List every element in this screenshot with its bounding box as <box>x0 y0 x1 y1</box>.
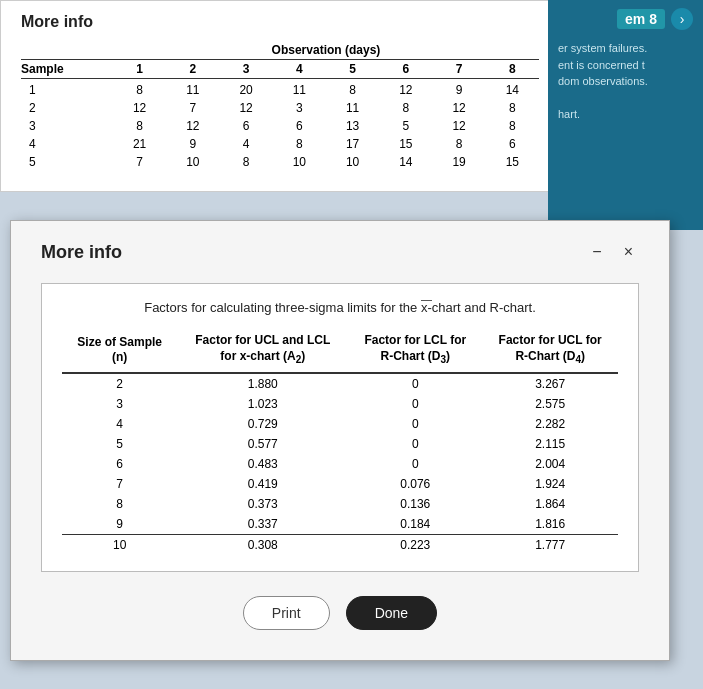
obs-header: Observation (days) <box>113 41 539 60</box>
table-row: 100.3080.2231.777 <box>62 534 618 555</box>
table-cell: 20 <box>219 79 272 100</box>
table-caption: Factors for calculating three-sigma limi… <box>62 300 618 315</box>
col-n-header: Size of Sample(n) <box>62 329 177 373</box>
table-cell: 8 <box>62 494 177 514</box>
table-row: 40.72902.282 <box>62 414 618 434</box>
sidebar-text: er system failures. ent is concerned t d… <box>558 40 693 123</box>
table-cell: 3.267 <box>482 373 618 394</box>
table-cell: 11 <box>273 79 326 100</box>
table-cell: 13 <box>326 117 379 135</box>
table-cell: 7 <box>62 474 177 494</box>
table-cell: 4 <box>219 135 272 153</box>
table-cell: 19 <box>432 153 485 171</box>
factors-table: Size of Sample(n) Factor for UCL and LCL… <box>62 329 618 555</box>
table-cell: 0.308 <box>177 534 348 555</box>
modal-header: More info − × <box>41 241 639 263</box>
table-cell: 0.337 <box>177 514 348 535</box>
chevron-right-button[interactable]: › <box>671 8 693 30</box>
table-cell: 5 <box>62 434 177 454</box>
table-row: 50.57702.115 <box>62 434 618 454</box>
table-cell: 8 <box>432 135 485 153</box>
table-cell: 0 <box>348 434 482 454</box>
table-cell: 8 <box>326 79 379 100</box>
sidebar-header: em 8 › <box>558 8 693 30</box>
table-row: 21.88003.267 <box>62 373 618 394</box>
col-a2-header: Factor for UCL and LCLfor x-chart (A2) <box>177 329 348 373</box>
table-cell: 17 <box>326 135 379 153</box>
table-cell: 0.076 <box>348 474 482 494</box>
table-cell: 2 <box>21 99 113 117</box>
table-cell: 8 <box>486 99 539 117</box>
table-cell: 9 <box>166 135 219 153</box>
table-cell: 9 <box>62 514 177 535</box>
table-cell: 1.816 <box>482 514 618 535</box>
table-cell: 6 <box>219 117 272 135</box>
table-row: 70.4190.0761.924 <box>62 474 618 494</box>
table-cell: 11 <box>326 99 379 117</box>
table-cell: 12 <box>219 99 272 117</box>
table-cell: 9 <box>432 79 485 100</box>
table-cell: 4 <box>62 414 177 434</box>
table-cell: 10 <box>273 153 326 171</box>
table-cell: 2 <box>62 373 177 394</box>
table-cell: 2.282 <box>482 414 618 434</box>
table-cell: 10 <box>166 153 219 171</box>
minimize-button[interactable]: − <box>586 241 607 263</box>
col-d4-header: Factor for UCL forR-Chart (D4) <box>482 329 618 373</box>
table-cell: 0 <box>348 373 482 394</box>
table-cell: 3 <box>62 394 177 414</box>
col-sample: Sample <box>21 60 113 79</box>
top-panel-title: More info <box>21 13 539 31</box>
table-cell: 12 <box>113 99 166 117</box>
table-cell: 14 <box>486 79 539 100</box>
table-cell: 15 <box>379 135 432 153</box>
observation-table: Observation (days) Sample 1 2 3 4 5 6 7 … <box>21 41 539 171</box>
table-cell: 0.373 <box>177 494 348 514</box>
table-cell: 0.577 <box>177 434 348 454</box>
print-button[interactable]: Print <box>243 596 330 630</box>
done-button[interactable]: Done <box>346 596 437 630</box>
table-cell: 1.864 <box>482 494 618 514</box>
table-cell: 5 <box>379 117 432 135</box>
table-row: 31.02302.575 <box>62 394 618 414</box>
table-cell: 3 <box>21 117 113 135</box>
table-cell: 8 <box>273 135 326 153</box>
table-cell: 7 <box>113 153 166 171</box>
table-cell: 8 <box>486 117 539 135</box>
table-cell: 12 <box>166 117 219 135</box>
table-cell: 8 <box>379 99 432 117</box>
table-cell: 0 <box>348 454 482 474</box>
table-cell: 0.223 <box>348 534 482 555</box>
modal-title: More info <box>41 242 122 263</box>
table-cell: 6 <box>62 454 177 474</box>
table-cell: 0.419 <box>177 474 348 494</box>
table-cell: 10 <box>326 153 379 171</box>
modal-dialog: More info − × Factors for calculating th… <box>10 220 670 661</box>
button-row: Print Done <box>41 596 639 630</box>
table-cell: 2.575 <box>482 394 618 414</box>
table-cell: 7 <box>166 99 219 117</box>
table-cell: 8 <box>113 79 166 100</box>
factors-table-container: Factors for calculating three-sigma limi… <box>41 283 639 572</box>
table-cell: 0 <box>348 394 482 414</box>
table-cell: 2.115 <box>482 434 618 454</box>
table-cell: 0.136 <box>348 494 482 514</box>
table-cell: 0.184 <box>348 514 482 535</box>
table-cell: 12 <box>432 117 485 135</box>
table-row: 90.3370.1841.816 <box>62 514 618 535</box>
close-button[interactable]: × <box>618 241 639 263</box>
col-d3-header: Factor for LCL forR-Chart (D3) <box>348 329 482 373</box>
top-panel: More info Observation (days) Sample 1 2 … <box>0 0 560 192</box>
table-cell: 15 <box>486 153 539 171</box>
table-cell: 0.483 <box>177 454 348 474</box>
table-cell: 3 <box>273 99 326 117</box>
table-cell: 4 <box>21 135 113 153</box>
table-cell: 8 <box>219 153 272 171</box>
table-cell: 2.004 <box>482 454 618 474</box>
table-cell: 12 <box>432 99 485 117</box>
item-badge: em 8 <box>617 9 665 29</box>
table-row: 80.3730.1361.864 <box>62 494 618 514</box>
table-cell: 6 <box>486 135 539 153</box>
table-cell: 21 <box>113 135 166 153</box>
table-cell: 12 <box>379 79 432 100</box>
